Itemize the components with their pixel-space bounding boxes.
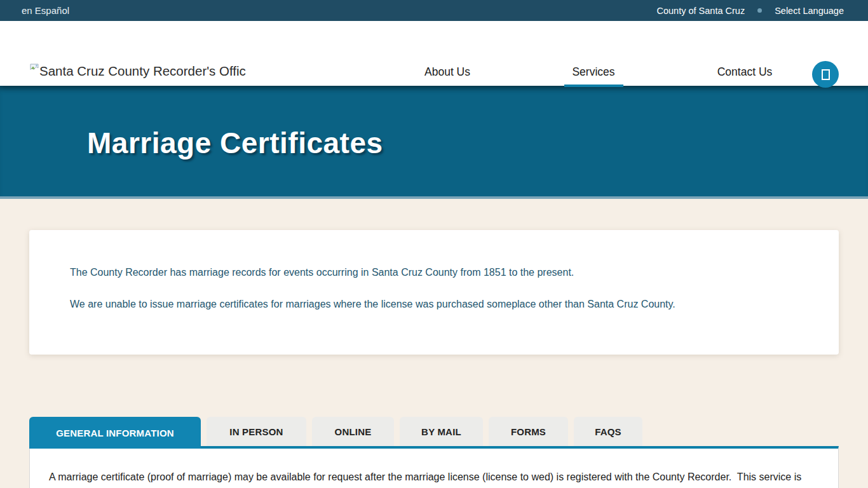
page-title: Marriage Certificates bbox=[87, 126, 383, 160]
tab-in-person[interactable]: IN PERSON bbox=[207, 417, 306, 446]
tab-panel-paragraph: A marriage certificate (proof of marriag… bbox=[49, 470, 819, 484]
tab-bar: GENERAL INFORMATION IN PERSON ONLINE BY … bbox=[29, 417, 642, 449]
broken-image-icon bbox=[29, 63, 39, 73]
intro-card: The County Recorder has marriage records… bbox=[29, 230, 839, 355]
logo-alt-text: Santa Cruz County Recorder's Office bbox=[39, 62, 246, 81]
nav-about-us[interactable]: About Us bbox=[424, 65, 470, 79]
logo-link[interactable]: Santa Cruz County Recorder's Office bbox=[29, 62, 246, 81]
search-button[interactable] bbox=[812, 61, 839, 88]
search-icon bbox=[822, 69, 830, 80]
site-header: Santa Cruz County Recorder's Office Abou… bbox=[0, 21, 868, 86]
tab-faqs[interactable]: FAQS bbox=[574, 417, 642, 446]
intro-paragraph-1: The County Recorder has marriage records… bbox=[70, 266, 798, 280]
select-language-link[interactable]: Select Language bbox=[775, 6, 844, 16]
nav-services[interactable]: Services bbox=[572, 65, 614, 79]
tab-general-information[interactable]: GENERAL INFORMATION bbox=[29, 417, 201, 449]
tab-online[interactable]: ONLINE bbox=[312, 417, 394, 446]
utility-bar: en Español County of Santa Cruz Select L… bbox=[0, 0, 868, 21]
espanol-link[interactable]: en Español bbox=[22, 5, 69, 16]
utility-bar-right: County of Santa Cruz Select Language bbox=[657, 6, 844, 16]
county-link[interactable]: County of Santa Cruz bbox=[657, 6, 745, 16]
tab-by-mail[interactable]: BY MAIL bbox=[400, 417, 483, 446]
tab-panel-general-information: A marriage certificate (proof of marriag… bbox=[29, 446, 839, 488]
active-nav-underline bbox=[564, 85, 623, 87]
intro-paragraph-2: We are unable to issue marriage certific… bbox=[70, 297, 798, 311]
tab-forms[interactable]: FORMS bbox=[489, 417, 568, 446]
dot-separator-icon bbox=[757, 8, 762, 13]
hero-banner: Marriage Certificates bbox=[0, 86, 868, 199]
nav-contact-us[interactable]: Contact Us bbox=[717, 65, 773, 79]
